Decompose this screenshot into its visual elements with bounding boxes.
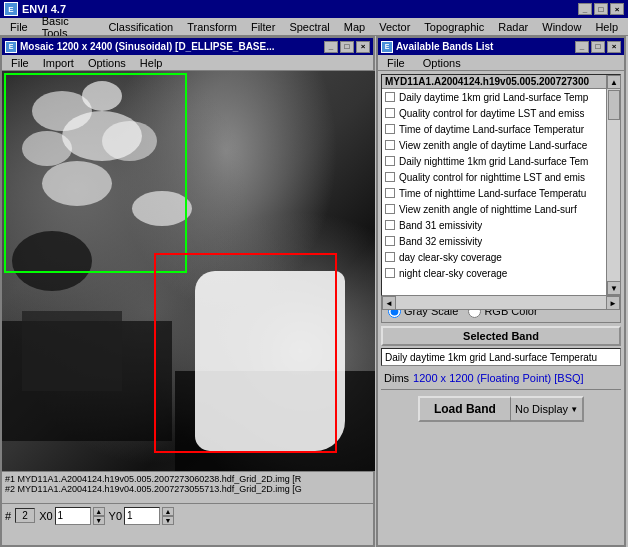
band-item-8[interactable]: Band 31 emissivity xyxy=(382,217,620,233)
mosaic-title: Mosaic 1200 x 2400 (Sinusoidal) [D_ELLIP… xyxy=(20,41,275,52)
scroll-track[interactable] xyxy=(607,89,620,281)
bands-title-bar: E Available Bands List _ □ × xyxy=(378,38,624,55)
menu-map[interactable]: Map xyxy=(338,20,371,34)
bands-menu-file[interactable]: File xyxy=(381,56,411,70)
x-spin-down[interactable]: ▼ xyxy=(93,516,105,525)
band-item-10[interactable]: day clear-sky coverage xyxy=(382,249,620,265)
band-checkbox-0[interactable] xyxy=(385,92,395,102)
cloud-patch-7 xyxy=(132,191,192,226)
cloud-patch-4 xyxy=(82,81,122,111)
main-menu-bar: File Basic Tools Classification Transfor… xyxy=(0,18,628,36)
y-input[interactable] xyxy=(124,507,160,525)
bands-list-container: MYD11A1.A2004124.h19v05.005.200727300 Da… xyxy=(381,74,621,296)
app-icon: E xyxy=(4,2,18,16)
mosaic-menu-help[interactable]: Help xyxy=(134,56,169,70)
band-item-1[interactable]: Quality control for daytime LST and emis… xyxy=(382,105,620,121)
cloud-patch-6 xyxy=(42,161,112,206)
bands-vertical-scrollbar[interactable]: ▲ ▼ xyxy=(606,75,620,295)
selected-band-value[interactable] xyxy=(381,348,621,366)
band-item-4[interactable]: Daily nighttime 1km grid Land-surface Te… xyxy=(382,153,620,169)
h-scroll-right[interactable]: ► xyxy=(606,296,620,310)
x-coord-field: X0 ▲ ▼ xyxy=(39,507,104,525)
menu-window[interactable]: Window xyxy=(536,20,587,34)
menu-spectral[interactable]: Spectral xyxy=(283,20,335,34)
h-scroll-track[interactable] xyxy=(396,296,606,309)
mosaic-status-bar: #1 MYD11A1.A2004124.h19v05.005.200727306… xyxy=(2,471,373,503)
status-line-1: #1 MYD11A1.A2004124.h19v05.005.200727306… xyxy=(5,474,370,484)
scroll-up-button[interactable]: ▲ xyxy=(607,75,621,89)
maximize-button[interactable]: □ xyxy=(594,3,608,15)
menu-help[interactable]: Help xyxy=(589,20,624,34)
y-spin-up[interactable]: ▲ xyxy=(162,507,174,516)
band-checkbox-4[interactable] xyxy=(385,156,395,166)
y-spinner[interactable]: ▲ ▼ xyxy=(162,507,174,525)
mosaic-maximize[interactable]: □ xyxy=(340,41,354,53)
band-checkbox-9[interactable] xyxy=(385,236,395,246)
bands-h-scrollbar[interactable]: ◄ ► xyxy=(381,296,621,310)
menu-vector[interactable]: Vector xyxy=(373,20,416,34)
x-label: X0 xyxy=(39,510,52,522)
bands-close[interactable]: × xyxy=(607,41,621,53)
band-item-3[interactable]: View zenith angle of daytime Land-surfac… xyxy=(382,137,620,153)
y-coord-field: Y0 ▲ ▼ xyxy=(109,507,174,525)
mosaic-menu-file[interactable]: File xyxy=(5,56,35,70)
band-item-5[interactable]: Quality control for nighttime LST and em… xyxy=(382,169,620,185)
band-item-7[interactable]: View zenith angle of nighttime Land-surf xyxy=(382,201,620,217)
display-dropdown[interactable]: No Display ▼ xyxy=(510,396,584,422)
selected-band-section: Selected Band xyxy=(381,326,621,366)
band-item-6[interactable]: Time of nighttime Land-surface Temperatu xyxy=(382,185,620,201)
bands-header-text: MYD11A1.A2004124.h19v05.005.200727300 xyxy=(385,76,589,87)
load-band-area: Load Band No Display ▼ xyxy=(381,392,621,426)
content-area: E Mosaic 1200 x 2400 (Sinusoidal) [D_ELL… xyxy=(0,36,628,547)
bands-menu-options[interactable]: Options xyxy=(417,56,467,70)
band-item-0[interactable]: Daily daytime 1km grid Land-surface Temp xyxy=(382,89,620,105)
band-item-11[interactable]: night clear-sky coverage xyxy=(382,265,620,281)
menu-classification[interactable]: Classification xyxy=(102,20,179,34)
display-option-text: No Display xyxy=(515,403,568,415)
x-spin-up[interactable]: ▲ xyxy=(93,507,105,516)
satellite-image xyxy=(2,71,375,471)
menu-radar[interactable]: Radar xyxy=(492,20,534,34)
mosaic-close[interactable]: × xyxy=(356,41,370,53)
menu-file[interactable]: File xyxy=(4,20,34,34)
bands-icon: E xyxy=(381,41,393,53)
scroll-down-button[interactable]: ▼ xyxy=(607,281,621,295)
h-scroll-left[interactable]: ◄ xyxy=(382,296,396,310)
band-checkbox-7[interactable] xyxy=(385,204,395,214)
mosaic-menu-import[interactable]: Import xyxy=(37,56,80,70)
band-checkbox-3[interactable] xyxy=(385,140,395,150)
load-band-button[interactable]: Load Band xyxy=(418,396,510,422)
menu-topographic[interactable]: Topographic xyxy=(418,20,490,34)
band-checkbox-11[interactable] xyxy=(385,268,395,278)
y-label: Y0 xyxy=(109,510,122,522)
mosaic-bottom-bar: # 2 X0 ▲ ▼ Y0 ▲ ▼ xyxy=(2,503,373,527)
bands-minimize[interactable]: _ xyxy=(575,41,589,53)
band-checkbox-1[interactable] xyxy=(385,108,395,118)
x-spinner[interactable]: ▲ ▼ xyxy=(93,507,105,525)
menu-transform[interactable]: Transform xyxy=(181,20,243,34)
band-item-9[interactable]: Band 32 emissivity xyxy=(382,233,620,249)
band-checkbox-5[interactable] xyxy=(385,172,395,182)
y-spin-down[interactable]: ▼ xyxy=(162,516,174,525)
band-checkbox-8[interactable] xyxy=(385,220,395,230)
close-button[interactable]: × xyxy=(610,3,624,15)
scroll-thumb[interactable] xyxy=(608,90,620,120)
menu-filter[interactable]: Filter xyxy=(245,20,281,34)
bands-maximize[interactable]: □ xyxy=(591,41,605,53)
x-input[interactable] xyxy=(55,507,91,525)
band-checkbox-10[interactable] xyxy=(385,252,395,262)
minimize-button[interactable]: _ xyxy=(578,3,592,15)
num-label: # xyxy=(5,510,11,522)
envi-main-window: E ENVI 4.7 _ □ × File Basic Tools Classi… xyxy=(0,0,628,547)
mosaic-window: E Mosaic 1200 x 2400 (Sinusoidal) [D_ELL… xyxy=(0,36,375,547)
band-item-2[interactable]: Time of daytime Land-surface Temperatur xyxy=(382,121,620,137)
band-checkbox-2[interactable] xyxy=(385,124,395,134)
mosaic-canvas[interactable] xyxy=(2,71,375,471)
bands-panel: E Available Bands List _ □ × File Option… xyxy=(376,36,626,547)
selected-band-label: Selected Band xyxy=(381,326,621,346)
dims-bar: Dims 1200 x 1200 (Floating Point) [BSQ] xyxy=(378,369,624,387)
band-checkbox-6[interactable] xyxy=(385,188,395,198)
bands-list-area[interactable]: MYD11A1.A2004124.h19v05.005.200727300 Da… xyxy=(381,74,621,296)
mosaic-minimize[interactable]: _ xyxy=(324,41,338,53)
mosaic-menu-options[interactable]: Options xyxy=(82,56,132,70)
